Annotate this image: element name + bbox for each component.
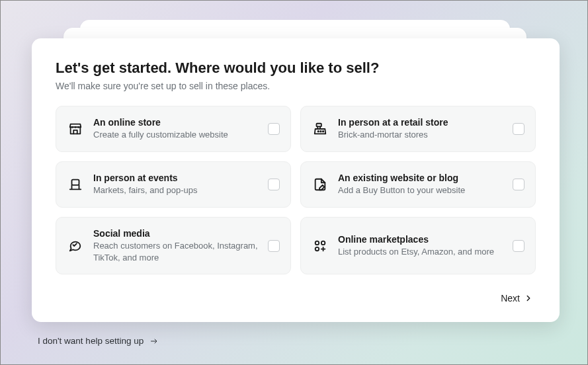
- option-title: Online marketplaces: [338, 234, 503, 245]
- svg-point-10: [315, 247, 319, 251]
- option-title: In person at events: [93, 173, 259, 183]
- option-desc: Create a fully customizable website: [93, 129, 259, 141]
- next-label: Next: [501, 293, 520, 304]
- checkbox[interactable]: [268, 240, 280, 252]
- svg-point-0: [71, 126, 73, 128]
- option-text: In person at a retail store Brick-and-mo…: [338, 117, 503, 141]
- option-desc: Reach customers on Facebook, Instagram, …: [93, 240, 259, 263]
- marketplace-icon: [312, 239, 329, 253]
- checkbox[interactable]: [513, 240, 525, 252]
- option-desc: List products on Etsy, Amazon, and more: [338, 246, 503, 258]
- svg-point-6: [323, 131, 323, 132]
- svg-point-4: [318, 131, 319, 132]
- option-title: An online store: [93, 117, 259, 128]
- checkbox[interactable]: [268, 179, 280, 190]
- cash-register-icon: [312, 122, 329, 136]
- option-online-store[interactable]: An online store Create a fully customiza…: [56, 106, 291, 152]
- chat-bubble-icon: [67, 239, 84, 253]
- svg-rect-3: [317, 124, 321, 127]
- svg-point-8: [315, 241, 319, 245]
- option-retail-store[interactable]: In person at a retail store Brick-and-mo…: [300, 106, 536, 152]
- options-grid: An online store Create a fully customiza…: [56, 106, 536, 274]
- document-edit-icon: [312, 177, 329, 192]
- option-text: An online store Create a fully customiza…: [93, 117, 259, 141]
- option-desc: Add a Buy Button to your website: [338, 184, 503, 196]
- svg-point-2: [77, 126, 79, 128]
- option-text: In person at events Markets, fairs, and …: [93, 173, 259, 196]
- option-desc: Markets, fairs, and pop-ups: [93, 184, 259, 196]
- svg-point-9: [321, 241, 325, 245]
- option-text: Online marketplaces List products on Ets…: [338, 234, 503, 258]
- svg-point-1: [75, 126, 77, 128]
- option-title: Social media: [93, 228, 259, 239]
- arrow-right-icon: [149, 337, 159, 345]
- svg-rect-7: [72, 180, 79, 185]
- option-title: An existing website or blog: [338, 173, 503, 183]
- store-icon: [67, 122, 84, 136]
- option-social-media[interactable]: Social media Reach customers on Facebook…: [56, 217, 291, 274]
- skip-label: I don't want help setting up: [38, 336, 144, 346]
- option-website-blog[interactable]: An existing website or blog Add a Buy Bu…: [300, 161, 536, 208]
- checkbox[interactable]: [513, 179, 525, 190]
- booth-icon: [67, 177, 84, 192]
- option-marketplaces[interactable]: Online marketplaces List products on Ets…: [300, 217, 536, 274]
- checkbox[interactable]: [513, 123, 525, 135]
- next-button[interactable]: Next: [498, 289, 536, 307]
- page-title: Let's get started. Where would you like …: [56, 60, 536, 77]
- option-desc: Brick-and-mortar stores: [338, 129, 503, 141]
- skip-setup-link[interactable]: I don't want help setting up: [38, 336, 159, 346]
- option-title: In person at a retail store: [338, 117, 503, 128]
- chevron-right-icon: [524, 294, 533, 303]
- option-text: An existing website or blog Add a Buy Bu…: [338, 173, 503, 196]
- checkbox[interactable]: [268, 123, 280, 135]
- option-text: Social media Reach customers on Facebook…: [93, 228, 259, 263]
- page-subtitle: We'll make sure you're set up to sell in…: [56, 81, 536, 91]
- option-events[interactable]: In person at events Markets, fairs, and …: [56, 161, 291, 208]
- card-footer: Next: [56, 289, 536, 307]
- onboarding-card: Let's get started. Where would you like …: [32, 38, 560, 322]
- svg-point-5: [320, 131, 321, 132]
